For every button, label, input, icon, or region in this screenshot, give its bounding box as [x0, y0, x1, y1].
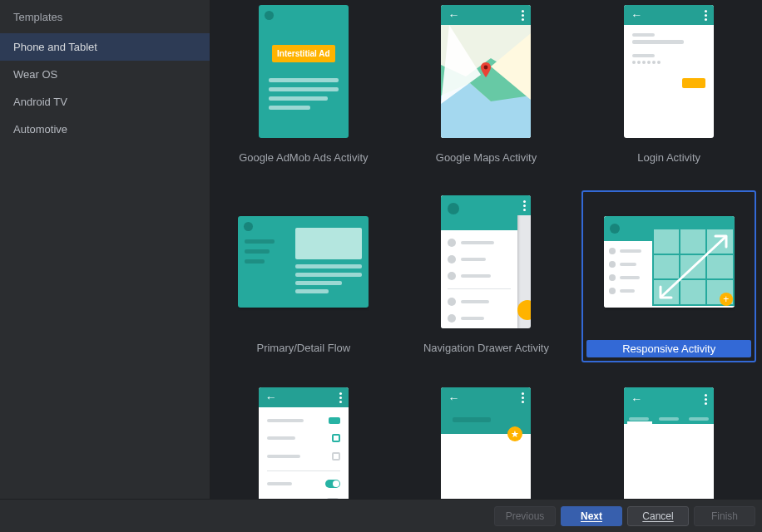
template-thumbnail: ← ★ [441, 387, 531, 499]
template-label: Google AdMob Ads Activity [239, 150, 368, 165]
template-thumbnail [238, 195, 369, 328]
template-thumbnail: ← [259, 387, 349, 499]
finish-button: Finish [694, 506, 755, 526]
template-thumbnail: Interstitial Ad [259, 5, 349, 138]
template-label: Google Maps Activity [436, 150, 537, 165]
template-admob[interactable]: Interstitial Ad Google AdMob Ads Activit… [216, 0, 391, 170]
template-primary-detail[interactable]: Primary/Detail Flow [216, 190, 391, 362]
cancel-button[interactable]: Cancel [627, 506, 689, 526]
next-button[interactable]: Next [561, 506, 622, 526]
overflow-menu-icon [522, 10, 524, 21]
template-label: Login Activity [637, 150, 700, 165]
template-label: Navigation Drawer Activity [423, 340, 549, 356]
svg-point-3 [484, 66, 488, 70]
overflow-menu-icon [705, 10, 707, 21]
previous-button: Previous [494, 506, 556, 526]
template-thumbnail: ← [441, 5, 531, 138]
sidebar-item-phone-tablet[interactable]: Phone and Tablet [0, 33, 210, 61]
template-tabbed[interactable]: ← [581, 382, 756, 499]
template-grid: Interstitial Ad Google AdMob Ads Activit… [210, 0, 762, 499]
template-scrolling[interactable]: ← ★ [398, 382, 573, 499]
map-preview-icon [441, 25, 531, 138]
overflow-menu-icon [522, 392, 524, 403]
template-thumbnail: + [604, 195, 735, 328]
template-thumbnail: ← [624, 5, 714, 138]
back-arrow-icon: ← [265, 392, 277, 403]
overflow-menu-icon [339, 392, 342, 403]
sidebar-item-automotive[interactable]: Automotive [0, 116, 210, 143]
template-nav-drawer[interactable]: Navigation Drawer Activity [398, 190, 573, 362]
template-label: Responsive Activity [586, 340, 751, 357]
back-arrow-icon: ← [448, 392, 459, 404]
template-thumbnail: ← [624, 387, 714, 499]
sidebar-item-android-tv[interactable]: Android TV [0, 88, 210, 116]
back-arrow-icon: ← [631, 392, 642, 406]
resize-arrow-icon [657, 233, 730, 301]
svg-line-4 [662, 238, 725, 296]
template-label: Primary/Detail Flow [256, 340, 350, 356]
sidebar-item-wear-os[interactable]: Wear OS [0, 61, 210, 88]
overflow-menu-icon [523, 200, 526, 211]
sidebar: Templates Phone and Tablet Wear OS Andro… [0, 0, 210, 499]
template-login[interactable]: ← [581, 0, 756, 170]
template-maps[interactable]: ← [398, 0, 573, 170]
template-settings[interactable]: ← [216, 382, 391, 499]
sidebar-header: Templates [0, 0, 210, 33]
back-arrow-icon: ← [448, 9, 459, 21]
back-arrow-icon: ← [631, 9, 642, 21]
wizard-button-bar: Previous Next Cancel Finish [0, 499, 762, 532]
template-responsive[interactable]: + Responsive Activity [581, 190, 756, 362]
overflow-menu-icon [705, 394, 707, 405]
template-thumbnail [441, 195, 531, 328]
